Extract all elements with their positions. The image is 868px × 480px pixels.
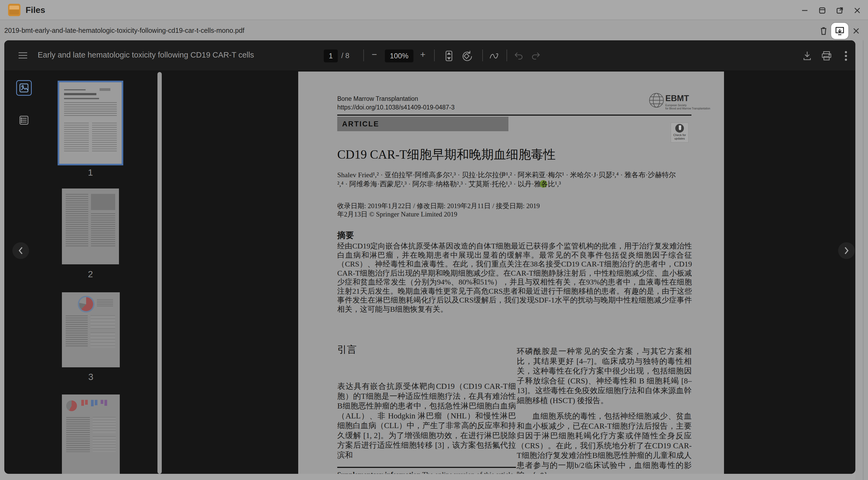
undo-icon (514, 52, 523, 60)
zoom-in-button[interactable]: + (417, 49, 428, 60)
trash-icon (819, 26, 828, 35)
ebmt-wordmark: EBMT (665, 94, 689, 103)
titlebar: Files (0, 0, 868, 20)
thumbnail-page-number: 1 (59, 167, 122, 178)
paper-title: CD19 CAR-T细胞早期和晚期血细胞毒性 (337, 146, 556, 163)
abstract-heading: 摘要 (337, 230, 354, 241)
introduction-heading: 引言 (337, 343, 356, 356)
chevron-right-icon (843, 246, 850, 255)
page-total-label: / 8 (341, 52, 349, 60)
sidebar-scrollbar[interactable] (157, 72, 162, 474)
page-number-input[interactable]: 1 (324, 49, 338, 62)
article-dates: 收录日期: 2019年1月22日 / 修改日期: 2019年2月11日 / 接受… (337, 202, 546, 218)
intro-col2-paragraph1: 环磷酰胺是一种常见的安全方案，与其它方案相比，其结果更好 [4–7]。临床成功与… (517, 346, 692, 405)
download-button[interactable] (801, 49, 813, 62)
open-in-new-window-button[interactable] (835, 6, 844, 15)
window-right-gutter (855, 40, 868, 480)
files-app-icon (8, 4, 21, 16)
intro-column-left: 表达具有嵌合抗原受体靶向CD19（CD19 CAR-T细胞）的T细胞是一种适应性… (337, 381, 516, 460)
chevron-left-icon (18, 246, 24, 255)
pen-squiggle-icon (489, 52, 500, 61)
article-type-label: ARTICLE (337, 117, 508, 131)
annotate-button[interactable] (488, 49, 501, 62)
rotate-icon (461, 50, 472, 62)
redo-button[interactable] (530, 49, 542, 62)
kebab-menu-icon (845, 50, 847, 61)
hamburger-icon (18, 52, 28, 59)
thumbnail-page-number: 2 (62, 269, 119, 279)
footnote-rule (337, 467, 516, 468)
save-to-device-button[interactable] (831, 23, 848, 39)
close-preview-button[interactable] (851, 26, 861, 36)
delete-file-button[interactable] (818, 26, 829, 36)
check-for-updates-badge[interactable]: Check forupdates (671, 123, 688, 142)
close-icon (852, 27, 860, 34)
fit-to-page-button[interactable] (443, 49, 455, 62)
supplementary-info: Supplementary information The online ver… (337, 471, 520, 474)
previous-page-button[interactable] (12, 242, 29, 259)
thumbnails-icon (19, 83, 29, 93)
fit-page-icon (445, 50, 453, 61)
close-window-button[interactable] (852, 6, 862, 15)
abstract-text: 经由CD19定向嵌合体抗原受体基因改造的自体T细胞最近已获得多个监管机构的批准，… (337, 241, 692, 313)
more-options-button[interactable] (840, 49, 852, 62)
journal-name: Bone Marrow Transplantation (337, 95, 418, 102)
thumbnail-page-1[interactable] (59, 82, 122, 164)
header-rule (337, 114, 691, 116)
menu-button[interactable] (17, 50, 29, 61)
redo-icon (531, 52, 541, 60)
zoom-level-input[interactable]: 100% (385, 49, 413, 62)
outline-list-icon (19, 115, 29, 125)
thumbnail-view-toggle[interactable] (16, 80, 32, 96)
download-icon (803, 51, 811, 61)
thumbnail-page-4[interactable] (62, 395, 120, 474)
ebmt-tagline1: European Society (665, 104, 687, 107)
pdf-viewer: Early and late hematologic toxicity foll… (4, 40, 855, 474)
next-page-button[interactable] (838, 242, 855, 259)
undo-button[interactable] (513, 49, 524, 62)
zoom-out-button[interactable]: − (369, 49, 380, 60)
minimize-button[interactable] (800, 6, 809, 15)
pdf-toolbar: Early and late hematologic toxicity foll… (4, 40, 855, 70)
thumbnail-page-number: 3 (62, 372, 120, 382)
author-list: Shalev Fried¹,² · 亚伯拉罕·阿维高多尔²,³ · 贝拉·比尔拉… (337, 170, 679, 189)
thumbnail-page-3[interactable] (62, 292, 120, 367)
doi-link[interactable]: https://doi.org/10.1038/s41409-019-0487-… (337, 104, 455, 111)
intro-col2-paragraph2: 血细胞系统的毒性，包括神经细胞减少、贫血和血小板减少，已在CAR-T细胞疗法后报… (517, 411, 692, 474)
save-to-device-icon (835, 26, 845, 35)
maximize-button[interactable] (818, 6, 827, 15)
print-button[interactable] (820, 49, 833, 62)
open-file-name: 2019-bmt-early-and-late-hematologic-toxi… (4, 27, 244, 34)
intro-column-right: 环磷酰胺是一种常见的安全方案，与其它方案相比，其结果更好 [4–7]。临床成功与… (517, 346, 692, 474)
check-updates-icon (675, 124, 684, 133)
pdf-doc-title: Early and late hematologic toxicity foll… (38, 50, 254, 60)
printer-icon (822, 51, 832, 61)
ebmt-globe-icon (648, 92, 665, 109)
file-preview-header: 2019-bmt-early-and-late-hematologic-toxi… (0, 21, 868, 40)
app-title: Files (26, 5, 45, 15)
ebmt-tagline2: for Blood and Marrow Transplantation (665, 107, 710, 110)
thumbnail-page-2[interactable] (62, 188, 119, 264)
outline-view-toggle[interactable] (16, 112, 32, 128)
rotate-button[interactable] (461, 49, 473, 62)
pdf-page-1: Bone Marrow Transplantation https://doi.… (298, 72, 724, 474)
